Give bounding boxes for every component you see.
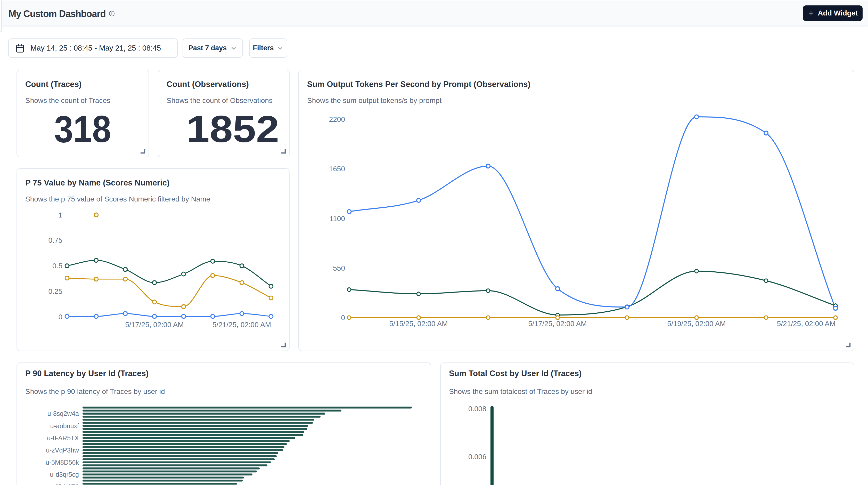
svg-text:u-zVqP3hw: u-zVqP3hw [46,447,79,454]
svg-text:5/17/25, 02:00 AM: 5/17/25, 02:00 AM [125,321,184,329]
svg-text:5/21/25, 02:00 AM: 5/21/25, 02:00 AM [777,320,836,328]
svg-text:0.75: 0.75 [49,236,63,244]
svg-text:5/19/25, 02:00 AM: 5/19/25, 02:00 AM [667,320,726,328]
svg-text:1650: 1650 [329,165,345,173]
svg-text:0.006: 0.006 [468,453,486,461]
svg-text:5/21/25, 02:00 AM: 5/21/25, 02:00 AM [213,321,271,329]
svg-text:1: 1 [58,211,62,219]
svg-text:0.5: 0.5 [52,262,62,270]
svg-text:0.008: 0.008 [468,405,486,413]
svg-text:u-tFAR5TX: u-tFAR5TX [47,434,79,442]
svg-text:u-5M8D56k: u-5M8D56k [45,459,79,466]
svg-text:0: 0 [341,314,345,322]
svg-text:2200: 2200 [329,115,345,123]
svg-text:u-8sq2w4a: u-8sq2w4a [48,410,79,417]
svg-text:u-d3qr5cg: u-d3qr5cg [50,471,79,478]
svg-text:1100: 1100 [330,215,345,223]
svg-text:0.25: 0.25 [49,287,63,295]
svg-text:u-8fVa9T3: u-8fVa9T3 [49,483,79,485]
svg-text:550: 550 [333,264,345,272]
svg-text:5/17/25, 02:00 AM: 5/17/25, 02:00 AM [528,320,587,328]
svg-text:0: 0 [58,313,62,321]
svg-text:u-aobnuxf: u-aobnuxf [50,422,79,429]
svg-text:5/15/25, 02:00 AM: 5/15/25, 02:00 AM [389,320,448,328]
